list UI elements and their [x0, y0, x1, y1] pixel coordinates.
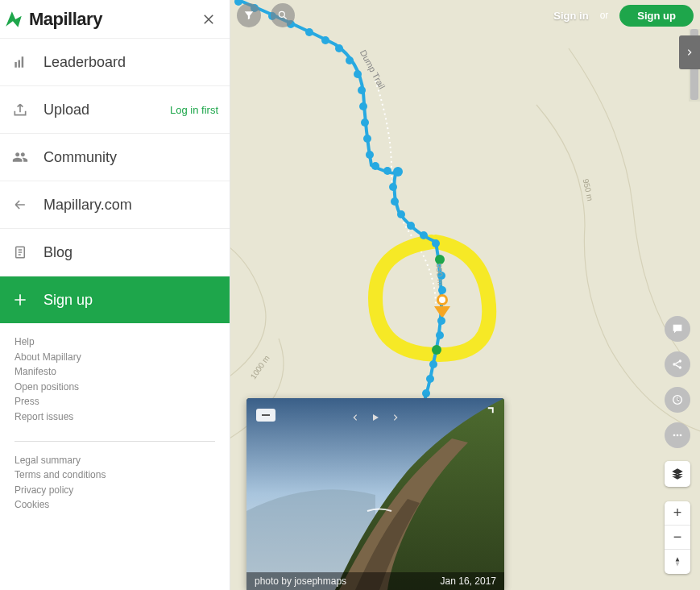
- dots-icon: [671, 429, 684, 442]
- share-icon: [671, 358, 684, 371]
- sidebar-item-signup[interactable]: Sign up: [0, 276, 230, 323]
- photo-byline: photo by josephmaps: [255, 575, 346, 587]
- play-icon: [371, 413, 380, 422]
- svg-point-26: [438, 286, 446, 294]
- photo-nav: [351, 413, 400, 422]
- play-button[interactable]: [371, 413, 380, 422]
- svg-point-10: [358, 86, 366, 94]
- svg-point-51: [677, 434, 679, 437]
- svg-point-17: [393, 167, 403, 177]
- footer-link[interactable]: Help: [14, 334, 215, 350]
- compass-icon: [672, 555, 683, 568]
- nav-label: Community: [43, 149, 117, 166]
- nav-label: Leaderboard: [43, 54, 126, 71]
- svg-point-15: [371, 162, 379, 170]
- bars-chart-icon: [11, 53, 29, 71]
- photo-image: [246, 398, 504, 590]
- svg-point-32: [429, 360, 437, 368]
- nav-list: Leaderboard Upload Log in first Communit…: [0, 39, 230, 323]
- history-button[interactable]: [665, 387, 690, 413]
- sidebar-item-community[interactable]: Community: [0, 134, 230, 181]
- clock-icon: [671, 393, 684, 406]
- photo-caption: photo by josephmaps Jan 16, 2017: [246, 572, 504, 590]
- footer-links-legal: Legal summary Terms and conditions Priva…: [0, 453, 230, 517]
- footer-link[interactable]: Privacy policy: [14, 483, 215, 498]
- minimize-icon: [260, 412, 271, 418]
- map-canvas[interactable]: Dump Trail 950 m 1000 m 950 m Sign in or…: [230, 0, 700, 590]
- people-icon: [11, 148, 29, 166]
- next-photo-button[interactable]: [391, 413, 400, 422]
- side-panel-toggle[interactable]: [679, 35, 700, 69]
- svg-point-30: [436, 331, 444, 339]
- sidebar-item-blog[interactable]: Blog: [0, 229, 230, 276]
- arrow-left-icon: [11, 196, 29, 214]
- comment-icon: [671, 322, 684, 335]
- footer-link[interactable]: Manifesto: [14, 364, 215, 380]
- close-icon: [201, 12, 216, 27]
- document-icon: [11, 243, 29, 261]
- filter-button[interactable]: [237, 3, 261, 27]
- mapillary-logo-icon: [3, 9, 24, 30]
- nav-label: Upload: [43, 102, 89, 118]
- brand-name: Mapillary: [29, 9, 102, 30]
- footer-link[interactable]: Open positions: [14, 380, 215, 395]
- zoom-in-button[interactable]: +: [665, 501, 690, 526]
- svg-point-33: [426, 375, 434, 383]
- svg-point-28: [439, 297, 445, 303]
- footer-link[interactable]: Legal summary: [14, 453, 215, 468]
- svg-point-12: [361, 118, 369, 127]
- share-button[interactable]: [665, 351, 690, 377]
- svg-point-22: [420, 231, 428, 239]
- footer-link[interactable]: Terms and conditions: [14, 467, 215, 483]
- nav-label: Mapillary.com: [43, 197, 132, 214]
- svg-point-20: [397, 210, 405, 218]
- layers-icon: [670, 467, 685, 481]
- sidebar: Mapillary Leaderboard Upload Log in firs…: [0, 0, 230, 590]
- signin-link[interactable]: Sign in: [553, 10, 588, 22]
- prev-photo-button[interactable]: [351, 413, 359, 422]
- svg-point-6: [321, 36, 329, 44]
- more-button[interactable]: [665, 422, 690, 448]
- sidebar-header: Mapillary: [0, 0, 230, 39]
- or-text: or: [600, 10, 609, 21]
- sidebar-item-website[interactable]: Mapillary.com: [0, 181, 230, 229]
- svg-rect-54: [262, 414, 270, 416]
- map-topbar: Sign in or Sign up: [230, 0, 700, 31]
- close-sidebar-button[interactable]: [199, 10, 218, 29]
- nav-label: Sign up: [43, 292, 93, 309]
- minimize-photo-button[interactable]: [256, 409, 275, 422]
- sidebar-item-upload[interactable]: Upload Log in first: [0, 86, 230, 134]
- svg-point-50: [673, 434, 676, 437]
- svg-point-34: [422, 389, 430, 397]
- chevron-left-icon: [351, 413, 359, 422]
- maximize-photo-button[interactable]: [480, 406, 495, 424]
- map-tools: + −: [665, 316, 690, 574]
- footer-link[interactable]: About Mapillary: [14, 350, 215, 365]
- svg-point-14: [366, 151, 374, 159]
- footer-link[interactable]: Press: [14, 394, 215, 409]
- footer-link[interactable]: Cookies: [14, 497, 215, 513]
- svg-point-16: [383, 167, 391, 175]
- layers-button[interactable]: [665, 461, 690, 487]
- comment-button[interactable]: [665, 316, 690, 342]
- brand-logo[interactable]: Mapillary: [3, 9, 102, 30]
- search-icon: [277, 10, 288, 21]
- sidebar-item-leaderboard[interactable]: Leaderboard: [0, 39, 230, 86]
- compass-button[interactable]: [665, 550, 690, 574]
- svg-point-45: [279, 11, 284, 17]
- signup-button[interactable]: Sign up: [619, 5, 694, 27]
- svg-point-7: [335, 44, 343, 52]
- svg-point-13: [363, 135, 371, 143]
- svg-point-31: [432, 345, 441, 355]
- footer-link[interactable]: Report issues: [14, 409, 215, 425]
- zoom-out-button[interactable]: −: [665, 526, 690, 550]
- svg-point-9: [354, 70, 362, 78]
- search-button[interactable]: [271, 3, 295, 27]
- photo-viewer[interactable]: photo by josephmaps Jan 16, 2017: [246, 398, 504, 590]
- photo-date: Jan 16, 2017: [441, 575, 496, 587]
- upload-icon: [11, 101, 29, 118]
- svg-point-23: [432, 239, 440, 247]
- maximize-icon: [480, 406, 495, 421]
- login-hint: Log in first: [170, 104, 218, 116]
- svg-point-21: [407, 222, 415, 230]
